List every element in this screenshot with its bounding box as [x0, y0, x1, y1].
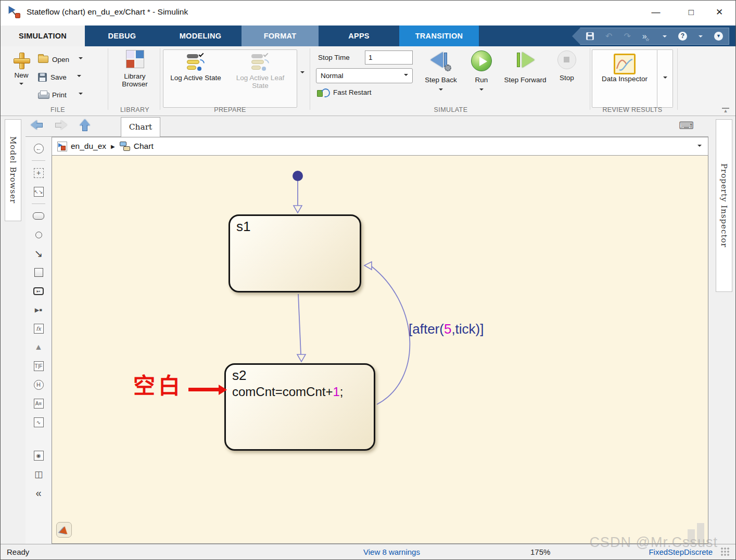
close-button[interactable]: ✕ [707, 4, 731, 21]
run-button[interactable]: Run [465, 50, 498, 95]
save-label: Save [50, 73, 73, 81]
library-browser-button[interactable]: Library Browser [113, 50, 157, 108]
redo-icon[interactable]: ↷ [624, 32, 630, 41]
collapse-ribbon-icon[interactable]: ▲ [721, 108, 730, 112]
subchart-icon[interactable]: ▸▪ [30, 282, 47, 300]
data-inspector-group: Data Inspector [592, 49, 673, 108]
step-forward-icon [514, 50, 537, 71]
screenshot-icon[interactable]: ◉ [30, 446, 47, 465]
log-active-state-button[interactable]: Log Active State [163, 50, 228, 107]
breadcrumb-chart[interactable]: Chart [134, 142, 154, 151]
new-button[interactable]: New [8, 50, 35, 101]
tab-apps[interactable]: APPS [319, 26, 399, 46]
callout-annotation-text: 空白 [133, 368, 183, 400]
warnings-link[interactable]: View 8 warnings [363, 548, 420, 556]
stop-time-label: Stop Time [318, 54, 350, 61]
collapse-palette-icon[interactable]: « [30, 483, 47, 502]
log-active-state-icon [186, 53, 206, 72]
new-caret[interactable] [19, 83, 23, 87]
log-active-leaf-state-button[interactable]: Log Active Leaf State [228, 50, 293, 107]
tab-debug[interactable]: DEBUG [85, 26, 159, 46]
compare-icon[interactable]: ◫ [30, 465, 47, 483]
navigate-back-icon[interactable] [31, 120, 43, 130]
property-inspector-label: Property Inspector [719, 163, 729, 248]
junction-icon[interactable] [30, 225, 47, 244]
tab-modeling[interactable]: MODELING [159, 26, 242, 46]
model-browser-tab[interactable]: Model Browser [5, 119, 21, 221]
transition-s2-s1-curve[interactable] [372, 266, 410, 404]
matlab-badge-button[interactable] [56, 522, 72, 538]
keyboard-shortcuts-icon[interactable]: ⌨ [679, 119, 694, 132]
stop-button[interactable]: Stop [551, 50, 582, 83]
prepare-gallery-caret[interactable] [300, 71, 304, 75]
maximize-button[interactable]: □ [679, 4, 703, 21]
state-s1[interactable]: s1 [229, 214, 361, 292]
simulation-mode-select[interactable]: Normal [316, 68, 413, 83]
breadcrumb-caret[interactable] [697, 145, 702, 149]
print-caret[interactable] [79, 93, 83, 97]
breadcrumb-chart-icon [120, 141, 130, 151]
document-tab-chart[interactable]: Chart [121, 117, 160, 137]
review-section-label: REVIEW RESULTS [592, 106, 673, 113]
simulink-function-icon[interactable]: fx [30, 319, 47, 338]
tab-format[interactable]: FORMAT [242, 26, 319, 46]
breadcrumb-model[interactable]: en_du_ex [71, 142, 106, 151]
stateflow-logo-icon [9, 6, 21, 18]
data-inspector-caret[interactable] [657, 49, 673, 108]
library-browser-label: Library Browser [113, 72, 157, 88]
park-ribbon-icon[interactable]: ▼ [714, 32, 723, 41]
undo-icon[interactable]: ↶ [605, 32, 612, 41]
step-forward-button[interactable]: Step Forward [501, 50, 549, 85]
qat-dropdown-caret[interactable] [663, 35, 667, 40]
simulate-section-label: SIMULATE [313, 106, 589, 113]
transition-condition-label[interactable]: [after(5,tick)] [409, 321, 484, 337]
state-icon[interactable] [30, 207, 47, 225]
step-back-caret[interactable] [439, 88, 443, 93]
open-button[interactable]: Open [38, 53, 105, 66]
linked-chart-icon[interactable]: ▸▪ [30, 300, 47, 319]
truth-table-icon[interactable]: T|F [30, 357, 47, 375]
quick-access-toolbar: ↶ ↷ »☆ ? ▼ [572, 28, 729, 45]
tab-transition[interactable]: TRANSITION [399, 26, 479, 46]
qat-save-icon[interactable] [586, 32, 594, 40]
help-dropdown-caret[interactable] [699, 35, 703, 40]
print-button[interactable]: Print [38, 88, 105, 101]
image-icon[interactable]: ∿ [30, 413, 47, 431]
open-icon [38, 56, 48, 63]
transition-s1-s2-line[interactable] [298, 294, 301, 354]
transition-lines [52, 156, 708, 544]
box-icon[interactable] [30, 263, 47, 282]
state-s2[interactable]: s2 comCnt=comCnt+1; [224, 363, 375, 451]
breadcrumb-separator-icon: ▶ [111, 144, 115, 149]
chart-canvas[interactable]: s1 s2 comCnt=comCnt+1; [after(5,tick)] 空… [52, 156, 708, 544]
state-s2-body-suffix: ; [340, 385, 344, 399]
previous-view-icon[interactable]: ← [30, 139, 47, 158]
matlab-function-icon[interactable]: ▲ [30, 338, 47, 357]
save-caret[interactable] [77, 75, 81, 79]
zoom-in-region-icon[interactable]: + [30, 163, 47, 182]
transition-icon[interactable]: ↘ [30, 244, 47, 263]
history-junction-icon[interactable]: H [30, 375, 47, 394]
initial-transition-dot[interactable] [293, 171, 303, 181]
save-button[interactable]: Save [38, 70, 105, 84]
navigate-forward-icon[interactable] [55, 120, 67, 130]
promote-actions-icon[interactable]: »☆ [642, 32, 651, 41]
run-caret[interactable] [479, 88, 484, 93]
palette-separator [32, 203, 45, 204]
stop-time-input[interactable] [365, 50, 413, 65]
navigate-up-icon[interactable] [80, 119, 90, 131]
file-section-label: FILE [32, 106, 84, 113]
step-forward-label: Step Forward [501, 75, 549, 85]
tab-simulation[interactable]: SIMULATION [1, 26, 85, 46]
property-inspector-tab[interactable]: Property Inspector [716, 119, 732, 292]
fit-to-view-icon[interactable]: ↖↘ [30, 182, 47, 201]
open-caret[interactable] [79, 57, 83, 61]
help-icon[interactable]: ? [678, 32, 687, 41]
data-inspector-button[interactable]: Data Inspector [592, 49, 657, 108]
step-back-button[interactable]: Step Back [422, 50, 460, 95]
prepare-group: Log Active State Log Active Leaf State [163, 49, 297, 108]
fast-restart-toggle[interactable]: Fast Restart [317, 88, 372, 97]
solver-link[interactable]: FixedStepDiscrete [649, 548, 713, 556]
annotation-icon[interactable]: A≡ [30, 394, 47, 413]
minimize-button[interactable]: — [644, 4, 668, 21]
